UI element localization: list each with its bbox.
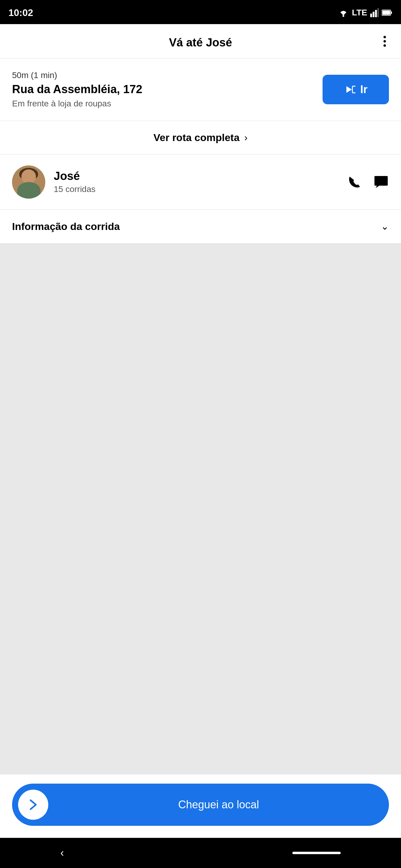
battery-icon — [382, 9, 393, 16]
svg-rect-2 — [373, 12, 374, 17]
phone-icon — [347, 174, 362, 190]
signal-icon — [370, 8, 379, 17]
contact-icons — [347, 174, 389, 190]
status-time: 10:02 — [8, 7, 33, 19]
passenger-section: José 15 corridas — [0, 155, 401, 210]
nav-info: 50m (1 min) Rua da Assembléia, 172 Em fr… — [12, 70, 314, 108]
svg-rect-3 — [375, 10, 377, 17]
chat-icon — [373, 174, 389, 190]
page-title: Vá até José — [169, 36, 232, 49]
nav-hint: Em frente à loja de roupas — [12, 99, 314, 108]
chevron-down-icon: ⌄ — [381, 221, 389, 232]
navigation-arrows-icon — [344, 83, 356, 96]
svg-marker-9 — [376, 186, 379, 188]
arrived-button-label: Cheguei ao local — [54, 798, 383, 811]
svg-rect-7 — [382, 10, 390, 15]
head — [22, 169, 36, 184]
message-button[interactable] — [373, 174, 389, 190]
nav-address: Rua da Assembléia, 172 — [12, 83, 314, 96]
dot1 — [383, 36, 386, 38]
dot2 — [383, 40, 386, 42]
arrows-icon — [344, 83, 356, 96]
arrived-button[interactable]: Cheguei ao local — [12, 784, 389, 826]
chevron-right-icon: › — [245, 132, 248, 143]
navigation-card: 50m (1 min) Rua da Assembléia, 172 Em fr… — [0, 59, 401, 121]
app-container: Vá até José 50m (1 min) Rua da Assembléi… — [0, 24, 401, 838]
dot3 — [383, 44, 386, 47]
call-button[interactable] — [347, 174, 362, 190]
status-icons: LTE — [338, 8, 393, 18]
view-full-route-button[interactable]: Ver rota completa › — [0, 121, 401, 155]
route-link-text: Ver rota completa — [153, 132, 239, 144]
passenger-rides: 15 corridas — [54, 184, 338, 194]
passenger-photo — [12, 165, 45, 198]
svg-rect-1 — [370, 13, 372, 17]
avatar — [12, 165, 45, 198]
nav-eta: 50m (1 min) — [12, 70, 314, 80]
passenger-name: José — [54, 170, 338, 183]
arrived-chevron-icon — [18, 789, 48, 820]
chevron-right-icon — [26, 797, 41, 812]
passenger-info: José 15 corridas — [54, 170, 338, 194]
svg-rect-8 — [374, 176, 388, 186]
back-button[interactable]: ‹ — [60, 846, 64, 859]
status-bar: 10:02 LTE — [0, 0, 401, 24]
map-area — [0, 244, 401, 775]
go-button-label: Ir — [360, 83, 368, 96]
svg-rect-4 — [377, 8, 379, 17]
body — [17, 182, 40, 198]
svg-point-0 — [342, 15, 344, 17]
svg-rect-6 — [391, 11, 392, 14]
wifi-icon — [338, 8, 349, 17]
go-button[interactable]: Ir — [322, 75, 389, 104]
trip-info-section[interactable]: Informação da corrida ⌄ — [0, 210, 401, 244]
header: Vá até José — [0, 24, 401, 59]
home-indicator[interactable] — [292, 852, 341, 854]
bottom-nav-bar: ‹ — [0, 838, 401, 868]
bottom-section: Cheguei ao local — [0, 775, 401, 838]
more-options-button[interactable] — [380, 33, 389, 50]
lte-label: LTE — [352, 8, 367, 18]
trip-info-label: Informação da corrida — [12, 221, 120, 232]
